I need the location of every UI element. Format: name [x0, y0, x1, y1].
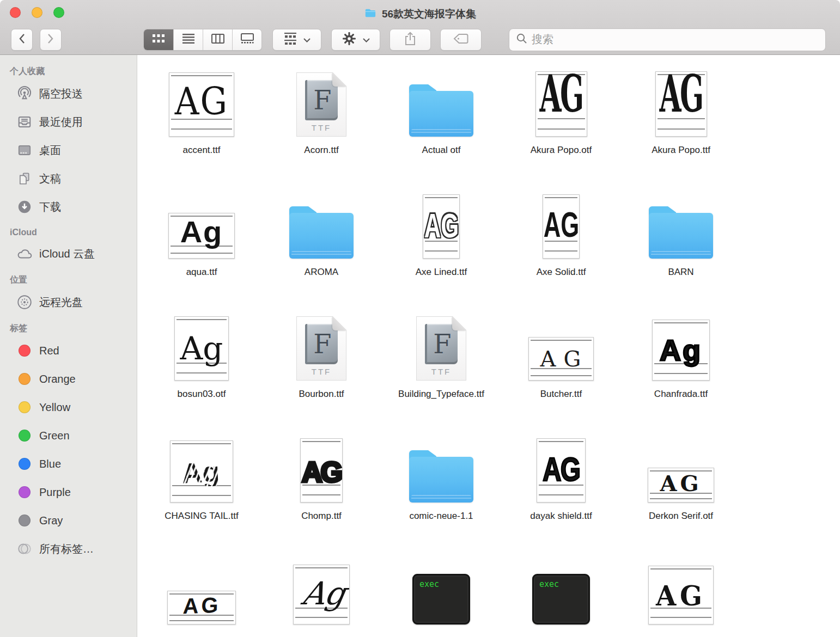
- group-by-button[interactable]: [272, 29, 321, 51]
- forward-button[interactable]: [40, 29, 62, 51]
- chevron-left-icon: [19, 33, 25, 46]
- search-input[interactable]: [532, 33, 809, 46]
- file-name-label: Akura Popo.ttf: [652, 143, 710, 157]
- file-icon-slot: AG: [423, 189, 460, 259]
- font-preview-thumbnail: Ag: [170, 440, 233, 503]
- file-name-label: Axe Solid.ttf: [537, 265, 586, 279]
- sidebar-item-label: Yellow: [39, 401, 70, 414]
- file-item[interactable]: AGAkura Popo.ttf: [621, 67, 741, 189]
- sidebar-item[interactable]: Orange: [10, 365, 137, 393]
- search-field[interactable]: [509, 28, 826, 51]
- downloads-icon: [16, 199, 33, 215]
- font-preview-thumbnail: AG: [423, 194, 460, 259]
- file-icon-slot: AG: [655, 67, 707, 137]
- file-name-label: Chomp.ttf: [301, 509, 342, 523]
- file-item[interactable]: AgChanfrada.ttf: [621, 311, 741, 433]
- sidebar-item-label: 桌面: [39, 143, 61, 158]
- file-item[interactable]: BARN: [621, 189, 741, 311]
- file-item[interactable]: AgCHASING TAIL.ttf: [142, 433, 261, 555]
- airdrop-icon: [16, 85, 33, 102]
- file-item[interactable]: AGdayak shield.ttf: [501, 433, 621, 555]
- file-icon-slot: Ag: [174, 311, 229, 381]
- file-icon-slot: exec: [412, 555, 470, 624]
- sidebar-item[interactable]: 最近使用: [10, 108, 137, 136]
- file-item[interactable]: exec: [501, 555, 621, 637]
- sidebar-item[interactable]: 桌面: [10, 136, 137, 164]
- ttf-badge: TTF: [431, 367, 452, 376]
- sidebar-item[interactable]: iCloud 云盘: [10, 240, 137, 268]
- file-icon-slot: [409, 433, 473, 503]
- gear-icon: [342, 32, 356, 48]
- font-preview-thumbnail: AG: [169, 72, 234, 137]
- sidebar-item-label: Purple: [39, 486, 71, 499]
- file-item[interactable]: Agaqua.ttf: [142, 189, 261, 311]
- file-name-label: AROMA: [305, 265, 338, 279]
- sidebar-item-label: 最近使用: [39, 115, 83, 130]
- file-item[interactable]: AGAkura Popo.otf: [501, 67, 621, 189]
- exec-file-icon: exec: [532, 574, 590, 624]
- sidebar: 个人收藏隔空投送最近使用桌面文稿下载iCloudiCloud 云盘位置远程光盘标…: [0, 55, 137, 637]
- file-item[interactable]: Agbosun03.otf: [142, 311, 261, 433]
- file-item[interactable]: AG: [621, 555, 741, 637]
- documents-icon: [16, 170, 33, 187]
- sidebar-item[interactable]: 下载: [10, 193, 137, 221]
- grid-view-icon: [152, 34, 165, 46]
- view-columns-button[interactable]: [203, 29, 232, 50]
- close-button[interactable]: [10, 7, 21, 18]
- sidebar-item[interactable]: Red: [10, 336, 137, 365]
- file-item[interactable]: AGDerkon Serif.otf: [621, 433, 741, 555]
- action-button[interactable]: [331, 29, 380, 51]
- file-item[interactable]: AGButcher.ttf: [501, 311, 621, 433]
- file-item[interactable]: Actual otf: [381, 67, 501, 189]
- sidebar-item[interactable]: Gray: [10, 506, 137, 535]
- share-icon: [404, 32, 416, 48]
- file-item[interactable]: AGAxe Lined.ttf: [381, 189, 501, 311]
- file-item[interactable]: Ag: [261, 555, 381, 637]
- sidebar-item[interactable]: Yellow: [10, 393, 137, 421]
- file-name-label: Axe Lined.ttf: [416, 265, 467, 279]
- file-icon-slot: Ag: [293, 555, 350, 624]
- tag-dot: [16, 512, 33, 529]
- toolbar: [0, 24, 840, 54]
- sidebar-item[interactable]: 所有标签…: [10, 535, 137, 563]
- file-item[interactable]: exec: [381, 555, 501, 637]
- view-icons-button[interactable]: [144, 29, 173, 50]
- minimize-button[interactable]: [32, 7, 42, 18]
- chevron-right-icon: [47, 33, 54, 46]
- zoom-button[interactable]: [53, 7, 64, 18]
- share-button[interactable]: [389, 29, 431, 51]
- file-item[interactable]: AG: [142, 555, 261, 637]
- sidebar-item[interactable]: 文稿: [10, 164, 137, 193]
- file-item[interactable]: FTTFBuilding_Typeface.ttf: [381, 311, 501, 433]
- column-view-icon: [211, 34, 224, 46]
- file-item[interactable]: AGAxe Solid.ttf: [501, 189, 621, 311]
- group-icon: [284, 33, 297, 47]
- coverflow-view-icon: [241, 33, 254, 46]
- file-item[interactable]: AGChomp.ttf: [261, 433, 381, 555]
- sidebar-item[interactable]: Green: [10, 421, 137, 450]
- file-icon-slot: Ag: [168, 189, 235, 259]
- sidebar-item-label: 下载: [39, 200, 61, 215]
- tags-button[interactable]: [440, 29, 482, 51]
- file-item[interactable]: comic-neue-1.1: [381, 433, 501, 555]
- sidebar-item[interactable]: Purple: [10, 478, 137, 506]
- ttf-file-icon: FTTF: [296, 316, 346, 381]
- view-list-button[interactable]: [173, 29, 203, 50]
- file-item[interactable]: FTTFBourbon.ttf: [261, 311, 381, 433]
- sidebar-item-label: Green: [39, 430, 70, 442]
- file-item[interactable]: FTTFAcorn.ttf: [261, 67, 381, 189]
- file-icon-slot: Ag: [652, 311, 710, 381]
- sidebar-item[interactable]: 远程光盘: [10, 288, 137, 316]
- sidebar-section-header: 标签: [10, 323, 137, 334]
- file-item[interactable]: AGaccent.ttf: [142, 67, 261, 189]
- tag-dot: [16, 342, 33, 359]
- view-coverflow-button[interactable]: [232, 29, 261, 50]
- sidebar-item[interactable]: 隔空投送: [10, 79, 137, 108]
- sidebar-item-label: Gray: [39, 514, 63, 527]
- file-item[interactable]: AROMA: [261, 189, 381, 311]
- finder-window: 56款英文海报字体集: [0, 0, 840, 637]
- sidebar-item[interactable]: Blue: [10, 450, 137, 478]
- file-name-label: Chanfrada.ttf: [654, 387, 708, 401]
- font-preview-thumbnail: AG: [300, 438, 343, 503]
- back-button[interactable]: [11, 29, 33, 51]
